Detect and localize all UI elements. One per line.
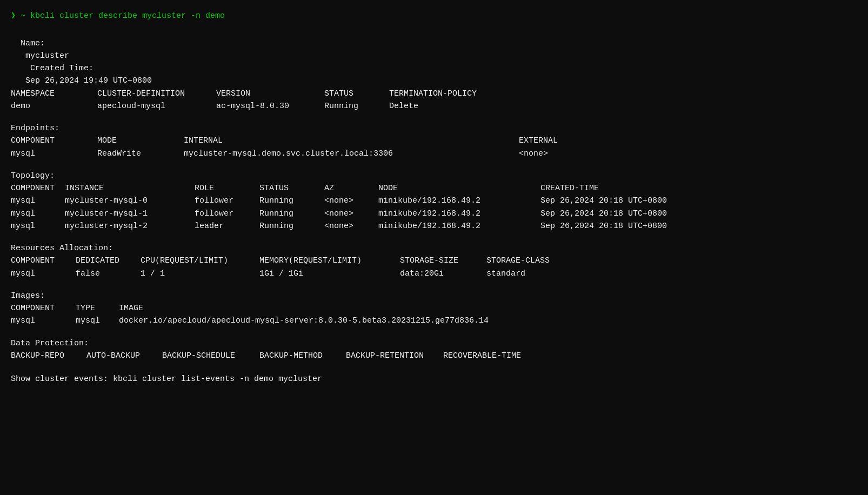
cluster-info-line: Name: mycluster Created Time: Sep 26,202… [11,24,857,87]
data-protection-header: Data Protection: [11,337,857,350]
resources-table-row: mysqlfalse1 / 11Gi / 1Gidata:20Gistandar… [11,267,857,280]
prompt-spacer: ~ [21,11,30,21]
col-ep-internal-header: INTERNAL [184,135,519,147]
topology-header: Topology: [11,170,857,182]
col-ep-component-val: mysql [11,148,97,160]
name-label: Name: [21,39,45,48]
created-time: Sep 26,2024 19:49 UTC+0800 [25,76,152,85]
topology-row-2: mysqlmycluster-mysql-2leaderRunning<none… [11,220,857,232]
data-protection-section: Data Protection: BACKUP-REPOAUTO-BACKUPB… [11,337,857,363]
col-topo-status-header: STATUS [259,182,324,195]
topo-1-status: Running [259,208,324,220]
col-res-storage-class-val: standard [486,267,525,280]
col-namespace-header: NAMESPACE [11,88,97,100]
col-img-type-header: TYPE [76,302,119,315]
prompt-line: ❯ ~ kbcli cluster describe mycluster -n … [11,10,857,22]
topology-table-headers: COMPONENTINSTANCEROLESTATUSAZNODECREATED… [11,182,857,195]
images-section: Images: COMPONENTTYPEIMAGE mysqlmysqldoc… [11,290,857,327]
col-res-storage-class-header: STORAGE-CLASS [486,255,550,267]
col-clusterdef-val: apecloud-mysql [97,100,216,112]
col-res-storage-size-val: data:20Gi [400,267,486,280]
prompt-command: kbcli cluster describe mycluster -n demo [30,11,225,21]
topo-0-node: minikube/192.168.49.2 [378,195,540,207]
topo-1-node: minikube/192.168.49.2 [378,208,540,220]
col-dp-retention-header: BACKUP-RETENTION [346,350,443,362]
endpoints-table-row: mysqlReadWritemycluster-mysql.demo.svc.c… [11,148,857,160]
topo-1-role: follower [195,208,259,220]
col-res-dedicated-val: false [76,267,141,280]
col-dp-method-header: BACKUP-METHOD [259,350,346,362]
col-res-component-val: mysql [11,267,76,280]
col-ep-external-header: EXTERNAL [519,135,558,147]
topo-1-created: Sep 26,2024 20:18 UTC+0800 [540,208,667,220]
col-res-cpu-val: 1 / 1 [141,267,259,280]
topology-row-0: mysqlmycluster-mysql-0followerRunning<no… [11,195,857,207]
topo-2-created: Sep 26,2024 20:18 UTC+0800 [540,220,667,232]
topo-0-az: <none> [324,195,378,207]
col-dp-auto-backup-header: AUTO-BACKUP [86,350,162,362]
images-table-row: mysqlmysqldocker.io/apecloud/apecloud-my… [11,315,857,327]
col-topo-created-header: CREATED-TIME [540,182,599,195]
endpoints-header: Endpoints: [11,122,857,135]
col-termination-header: TERMINATION-POLICY [389,88,477,100]
col-topo-role-header: ROLE [195,182,259,195]
col-res-cpu-header: CPU(REQUEST/LIMIT) [141,255,259,267]
col-status-header: STATUS [324,88,389,100]
col-topo-component-header: COMPONENT [11,182,65,195]
col-ep-component-header: COMPONENT [11,135,97,147]
col-img-image-val: docker.io/apecloud/apecloud-mysql-server… [119,315,489,327]
col-ep-internal-val: mycluster-mysql.demo.svc.cluster.local:3… [184,148,519,160]
topo-1-instance: mycluster-mysql-1 [65,208,195,220]
col-res-dedicated-header: DEDICATED [76,255,141,267]
created-label [21,64,30,73]
images-header: Images: [11,290,857,302]
cluster-table-row: demoapecloud-mysqlac-mysql-8.0.30Running… [11,100,857,112]
topo-0-created: Sep 26,2024 20:18 UTC+0800 [540,195,667,207]
topo-2-status: Running [259,220,324,232]
cluster-name-value [21,51,25,61]
data-protection-table-headers: BACKUP-REPOAUTO-BACKUPBACKUP-SCHEDULEBAC… [11,350,857,362]
col-res-component-header: COMPONENT [11,255,76,267]
col-res-storage-size-header: STORAGE-SIZE [400,255,486,267]
col-version-val: ac-mysql-8.0.30 [216,100,324,112]
topology-section: Topology: COMPONENTINSTANCEROLESTATUSAZN… [11,170,857,232]
cluster-table-headers: NAMESPACECLUSTER-DEFINITIONVERSIONSTATUS… [11,88,857,100]
col-ep-mode-val: ReadWrite [97,148,184,160]
col-clusterdef-header: CLUSTER-DEFINITION [97,88,216,100]
col-dp-recoverable-header: RECOVERABLE-TIME [443,350,521,362]
resources-section: Resources Allocation: COMPONENTDEDICATED… [11,242,857,280]
col-topo-az-header: AZ [324,182,378,195]
col-img-image-header: IMAGE [119,302,143,315]
topo-2-az: <none> [324,220,378,232]
col-img-type-val: mysql [76,315,119,327]
col-res-memory-val: 1Gi / 1Gi [259,267,400,280]
col-ep-external-val: <none> [519,148,548,160]
col-termination-val: Delete [389,100,418,112]
images-table-headers: COMPONENTTYPEIMAGE [11,302,857,315]
resources-table-headers: COMPONENTDEDICATEDCPU(REQUEST/LIMIT)MEMO… [11,255,857,267]
footer-command: Show cluster events: kbcli cluster list-… [11,373,857,385]
resources-header: Resources Allocation: [11,242,857,255]
topo-0-role: follower [195,195,259,207]
endpoints-table-headers: COMPONENTMODEINTERNALEXTERNAL [11,135,857,147]
col-topo-instance-header: INSTANCE [65,182,195,195]
col-dp-schedule-header: BACKUP-SCHEDULE [162,350,259,362]
col-ep-mode-header: MODE [97,135,184,147]
col-topo-node-header: NODE [378,182,540,195]
topo-1-component: mysql [11,208,65,220]
topo-1-az: <none> [324,208,378,220]
topo-2-role: leader [195,220,259,232]
col-img-component-val: mysql [11,315,76,327]
col-status-val: Running [324,100,389,112]
col-res-memory-header: MEMORY(REQUEST/LIMIT) [259,255,400,267]
prompt-arrow: ❯ [11,11,16,21]
col-namespace-val: demo [11,100,97,112]
col-version-header: VERSION [216,88,324,100]
topo-2-node: minikube/192.168.49.2 [378,220,540,232]
cluster-name: mycluster [25,51,69,61]
topo-0-instance: mycluster-mysql-0 [65,195,195,207]
col-img-component-header: COMPONENT [11,302,76,315]
topo-2-instance: mycluster-mysql-2 [65,220,195,232]
endpoints-section: Endpoints: COMPONENTMODEINTERNALEXTERNAL… [11,122,857,160]
created-time-label: Created Time: [30,64,94,73]
